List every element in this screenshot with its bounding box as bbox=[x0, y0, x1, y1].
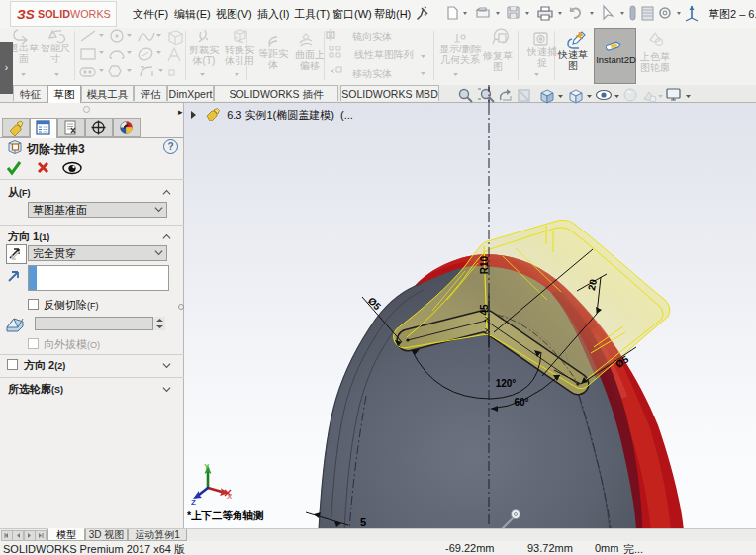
svg-text:5: 5 bbox=[360, 516, 366, 528]
svg-text:120°: 120° bbox=[496, 378, 517, 389]
svg-text:R10: R10 bbox=[479, 255, 490, 274]
svg-text:*上下二等角轴测: *上下二等角轴测 bbox=[187, 509, 264, 521]
svg-text:X: X bbox=[227, 492, 233, 501]
svg-text:SOLIDWORKS: SOLIDWORKS bbox=[38, 8, 111, 20]
svg-text:Ø5: Ø5 bbox=[366, 295, 384, 313]
svg-text:45: 45 bbox=[479, 304, 490, 316]
svg-text:Y: Y bbox=[204, 462, 210, 471]
svg-text:ЗS: ЗS bbox=[17, 7, 35, 22]
svg-text:60°: 60° bbox=[514, 397, 528, 408]
svg-text:Z: Z bbox=[191, 498, 196, 507]
